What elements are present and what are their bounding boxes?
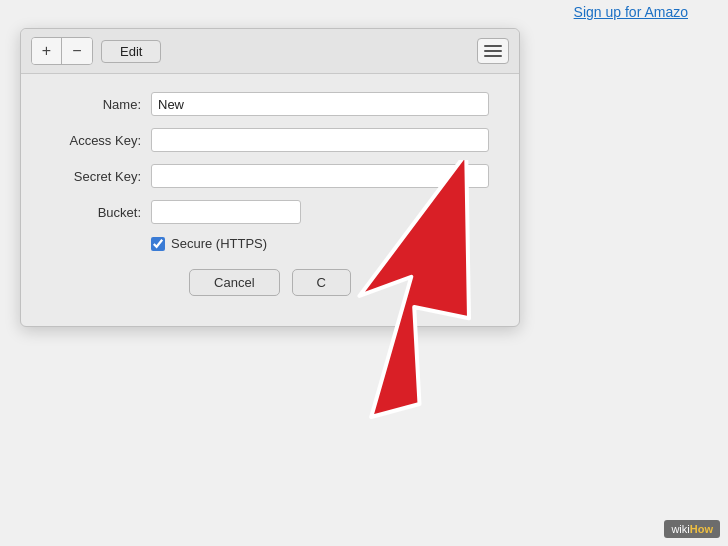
edit-button[interactable]: Edit	[101, 40, 161, 63]
add-button[interactable]: +	[32, 38, 62, 64]
secret-key-row: Secret Key:	[51, 164, 489, 188]
name-row: Name:	[51, 92, 489, 116]
access-key-input[interactable]	[151, 128, 489, 152]
dialog-panel: + − Edit Name: Access Key: Secret Key:	[20, 28, 520, 327]
access-key-row: Access Key:	[51, 128, 489, 152]
add-remove-group: + −	[31, 37, 93, 65]
name-input[interactable]	[151, 92, 489, 116]
secure-label: Secure (HTTPS)	[171, 236, 267, 251]
signup-link[interactable]: Sign up for Amazo	[574, 4, 688, 20]
secret-key-input[interactable]	[151, 164, 489, 188]
menu-icon-line1	[484, 45, 502, 47]
bucket-input[interactable]	[151, 200, 301, 224]
menu-button[interactable]	[477, 38, 509, 64]
bucket-row: Bucket:	[51, 200, 489, 224]
wikihow-how: How	[690, 523, 713, 535]
bucket-label: Bucket:	[51, 205, 141, 220]
secure-row: Secure (HTTPS)	[151, 236, 489, 251]
remove-button[interactable]: −	[62, 38, 92, 64]
ok-button[interactable]: C	[292, 269, 351, 296]
wikihow-badge: wikiHow	[664, 520, 720, 538]
menu-icon-line2	[484, 50, 502, 52]
cancel-button[interactable]: Cancel	[189, 269, 279, 296]
access-key-label: Access Key:	[51, 133, 141, 148]
name-label: Name:	[51, 97, 141, 112]
form-area: Name: Access Key: Secret Key: Bucket: Se…	[21, 74, 519, 306]
toolbar: + − Edit	[21, 29, 519, 74]
buttons-row: Cancel C	[51, 269, 489, 296]
secure-checkbox[interactable]	[151, 237, 165, 251]
menu-icon-line3	[484, 55, 502, 57]
secret-key-label: Secret Key:	[51, 169, 141, 184]
